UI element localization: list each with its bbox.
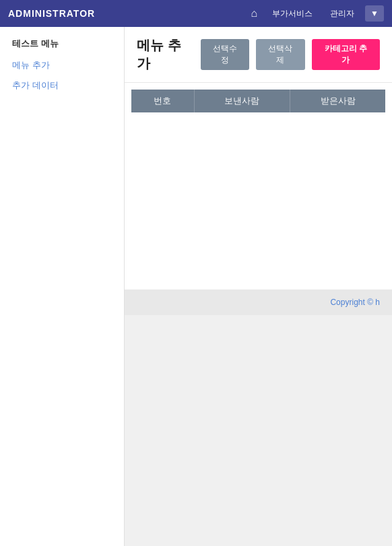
main-layout: 테스트 메뉴 메뉴 추가 추가 데이터 메뉴 추가 선택수정 선택삭제 카테고리… (0, 27, 392, 546)
data-table: 번호 보낸사람 받은사람 (131, 90, 385, 112)
app-title: ADMINISTRATOR (8, 8, 95, 19)
home-icon[interactable]: ⌂ (247, 5, 261, 22)
col-sender: 보낸사람 (194, 90, 290, 112)
footer: Copyright © h (125, 289, 392, 315)
sidebar-item-menu-add[interactable]: 메뉴 추가 (0, 55, 124, 75)
page-title: 메뉴 추가 (137, 36, 190, 73)
page-header: 메뉴 추가 선택수정 선택삭제 카테고리 추가 (125, 27, 392, 83)
edit-button[interactable]: 선택수정 (201, 39, 249, 70)
sidebar-section-title: 테스트 메뉴 (0, 27, 124, 55)
copyright-text: Copyright © h (330, 298, 380, 307)
delete-button[interactable]: 선택삭제 (256, 39, 304, 70)
content-area: 메뉴 추가 선택수정 선택삭제 카테고리 추가 번호 보낸사람 받은사람 (125, 27, 392, 289)
table-header-row: 번호 보낸사람 받은사람 (131, 90, 385, 112)
col-number: 번호 (131, 90, 194, 112)
admin-dropdown-button[interactable]: ▼ (365, 5, 384, 22)
sidebar: 테스트 메뉴 메뉴 추가 추가 데이터 (0, 27, 125, 546)
table-container: 번호 보낸사람 받은사람 (125, 90, 392, 126)
header-nav: ⌂ 부가서비스 관리자 ▼ (247, 5, 384, 22)
main-content: 메뉴 추가 선택수정 선택삭제 카테고리 추가 번호 보낸사람 받은사람 (125, 27, 392, 546)
add-category-button[interactable]: 카테고리 추가 (312, 39, 381, 70)
sidebar-item-add-data[interactable]: 추가 데이터 (0, 75, 124, 96)
nav-subservice[interactable]: 부가서비스 (265, 5, 319, 22)
header: ADMINISTRATOR ⌂ 부가서비스 관리자 ▼ (0, 0, 392, 27)
col-receiver: 받은사람 (290, 90, 385, 112)
nav-admin[interactable]: 관리자 (323, 5, 361, 22)
